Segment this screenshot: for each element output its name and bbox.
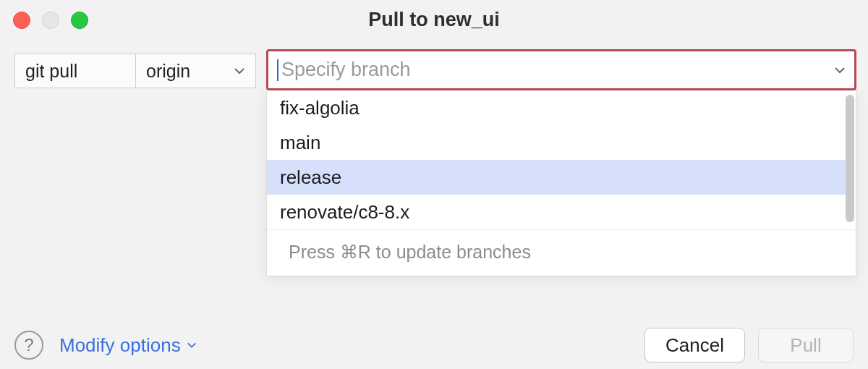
dropdown-hint: Press ⌘R to update branches	[267, 229, 856, 276]
modify-options-label: Modify options	[59, 334, 181, 357]
dialog-title: Pull to new_ui	[0, 9, 868, 31]
branch-placeholder: Specify branch	[281, 59, 834, 81]
help-icon[interactable]: ?	[14, 331, 43, 360]
pull-button[interactable]: Pull	[758, 328, 854, 362]
branch-list: fix-algolia main release renovate/c8-8.x	[267, 90, 856, 229]
branch-option[interactable]: main	[267, 125, 848, 160]
modify-options-link[interactable]: Modify options	[59, 334, 197, 357]
dialog-footer: ? Modify options Cancel Pull	[0, 321, 868, 369]
scrollbar[interactable]	[846, 95, 854, 229]
cancel-button[interactable]: Cancel	[644, 328, 745, 362]
remote-selected-value: origin	[146, 61, 190, 82]
branch-option-label: main	[280, 132, 320, 154]
cancel-button-label: Cancel	[665, 334, 724, 357]
branch-option-label: renovate/c8-8.x	[280, 201, 409, 224]
command-row: git pull origin	[14, 54, 256, 88]
branch-option[interactable]: release	[267, 160, 848, 195]
text-cursor	[277, 59, 278, 81]
minimize-window-icon[interactable]	[42, 12, 59, 29]
zoom-window-icon[interactable]	[71, 12, 88, 29]
chevron-down-icon[interactable]	[834, 64, 846, 76]
titlebar: Pull to new_ui	[0, 0, 868, 40]
branch-option[interactable]: fix-algolia	[267, 90, 848, 125]
git-command-box: git pull	[14, 54, 136, 88]
remote-select[interactable]: origin	[136, 54, 256, 88]
branch-input[interactable]: Specify branch	[266, 49, 856, 90]
branch-option-label: fix-algolia	[280, 97, 359, 119]
branch-option-label: release	[280, 166, 341, 189]
branch-option[interactable]: renovate/c8-8.x	[267, 195, 848, 229]
close-window-icon[interactable]	[13, 12, 30, 29]
traffic-lights	[13, 12, 88, 29]
chevron-down-icon	[187, 340, 197, 350]
scrollbar-thumb[interactable]	[846, 95, 854, 222]
pull-button-label: Pull	[790, 334, 821, 357]
git-command-label: git pull	[25, 61, 77, 82]
branch-dropdown: fix-algolia main release renovate/c8-8.x…	[266, 90, 856, 276]
chevron-down-icon	[234, 65, 245, 77]
